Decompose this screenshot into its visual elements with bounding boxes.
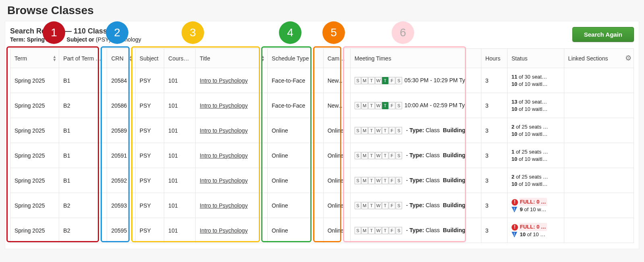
day-box: S (355, 152, 361, 159)
cell-schedule-type: Online (268, 193, 324, 218)
day-box: S (355, 102, 361, 109)
cell-meeting-times: SMTWTFS10:00 AM - 02:59 PM Ty (350, 93, 481, 118)
waitlist-icon (512, 232, 517, 237)
cell-linked-sections (564, 143, 634, 168)
cell-campus: Online (323, 168, 350, 193)
cell-term: Spring 2025 (10, 143, 59, 168)
cell-part-of-term: B1 (59, 68, 107, 93)
day-box: T (368, 152, 375, 159)
cell-campus: Online (323, 218, 350, 243)
results-table: Term▲▼ Part of Term (… CRN▲▼ Subject Cou… (10, 48, 634, 243)
day-box: F (389, 177, 395, 184)
cell-title: Intro to Psychology (196, 118, 268, 143)
cell-title: Intro to Psychology (196, 218, 268, 243)
day-box: M (361, 202, 368, 209)
col-header-status[interactable]: Status (507, 49, 564, 68)
cell-hours: 3 (481, 193, 507, 218)
day-box: T (368, 227, 375, 234)
cell-term: Spring 2025 (10, 218, 59, 243)
cell-linked-sections (564, 168, 634, 193)
meeting-time-text: - Type: Class Building (405, 227, 465, 234)
cell-hours: 3 (481, 143, 507, 168)
day-grid: SMTWTFS (355, 152, 402, 159)
col-header-term[interactable]: Term▲▼ (10, 49, 59, 68)
cell-title: Intro to Psychology (196, 168, 268, 193)
day-box: T (368, 177, 375, 184)
col-header-hours[interactable]: Hours (481, 49, 507, 68)
col-header-course-number[interactable]: Course N (164, 49, 196, 68)
day-box: S (396, 77, 402, 84)
table-header-row: Term▲▼ Part of Term (… CRN▲▼ Subject Cou… (10, 49, 634, 68)
col-header-schedule-type[interactable]: Schedule Type (268, 49, 324, 68)
content-wrap: Search Results — 110 Classes Term: Sprin… (5, 21, 639, 249)
title-link[interactable]: Intro to Psychology (200, 127, 248, 134)
day-box: T (382, 127, 388, 134)
col-header-crn[interactable]: CRN▲▼ (107, 49, 135, 68)
meeting-time-text: 05:30 PM - 10:29 PM Ty (405, 77, 465, 84)
sort-icon: ▲▼ (129, 55, 133, 62)
day-box: W (375, 227, 382, 234)
cell-part-of-term: B2 (59, 193, 107, 218)
day-box: T (368, 77, 375, 84)
col-header-title[interactable]: Title▲▼ (196, 49, 268, 68)
gear-icon[interactable]: ⚙ (623, 48, 633, 68)
sort-icon: ▲▼ (261, 55, 265, 62)
title-link[interactable]: Intro to Psychology (200, 177, 248, 184)
cell-title: Intro to Psychology (196, 93, 268, 118)
search-results-info: Search Results — 110 Classes Term: Sprin… (10, 27, 141, 43)
col-header-campus[interactable]: Campus (323, 49, 350, 68)
day-box: S (396, 102, 402, 109)
day-box: T (368, 127, 375, 134)
title-link[interactable]: Intro to Psychology (200, 152, 248, 159)
cell-hours: 3 (481, 218, 507, 243)
title-link[interactable]: Intro to Psychology (200, 227, 248, 234)
day-box: S (355, 127, 361, 134)
cell-meeting-times: SMTWTFS - Type: Class Building (350, 193, 481, 218)
cell-part-of-term: B1 (59, 118, 107, 143)
day-box: T (368, 202, 375, 209)
table-row: Spring 2025B120589PSY101Intro to Psychol… (10, 118, 634, 143)
cell-status: 2 of 25 seats …10 of 10 waitl… (507, 168, 564, 193)
cell-subject: PSY (135, 218, 164, 243)
cell-term: Spring 2025 (10, 193, 59, 218)
cell-campus: New… (323, 68, 350, 93)
cell-course-number: 101 (164, 193, 196, 218)
cell-crn: 20591 (107, 143, 135, 168)
col-header-part-of-term[interactable]: Part of Term (… (59, 49, 107, 68)
day-box: W (375, 152, 382, 159)
cell-status: 11 of 30 seat…10 of 10 waitl… (507, 68, 564, 93)
table-row: Spring 2025B120584PSY101Intro to Psychol… (10, 68, 634, 93)
day-box: F (389, 127, 395, 134)
search-results-sub: Term: Spring 2025 Subject or (PSY) Psych… (10, 36, 141, 43)
cell-meeting-times: SMTWTFS - Type: Class Building (350, 168, 481, 193)
title-link[interactable]: Intro to Psychology (200, 202, 248, 209)
col-header-meeting-times[interactable]: Meeting Times (350, 49, 481, 68)
table-row: Spring 2025B120592PSY101Intro to Psychol… (10, 168, 634, 193)
cell-schedule-type: Face-to-Face (268, 93, 324, 118)
day-box: M (361, 127, 368, 134)
cell-subject: PSY (135, 143, 164, 168)
day-grid: SMTWTFS (355, 127, 402, 134)
cell-schedule-type: Online (268, 168, 324, 193)
cell-part-of-term: B2 (59, 218, 107, 243)
cell-campus: Online (323, 143, 350, 168)
title-link[interactable]: Intro to Psychology (200, 77, 248, 84)
cell-linked-sections (564, 193, 634, 218)
cell-term: Spring 2025 (10, 93, 59, 118)
alert-icon: ! (512, 224, 518, 231)
cell-subject: PSY (135, 193, 164, 218)
title-link[interactable]: Intro to Psychology (200, 102, 248, 109)
cell-part-of-term: B1 (59, 143, 107, 168)
day-box: S (396, 127, 402, 134)
cell-crn: 20593 (107, 193, 135, 218)
cell-course-number: 101 (164, 118, 196, 143)
search-again-button[interactable]: Search Again (572, 27, 634, 42)
meeting-time-text: - Type: Class Building (405, 152, 465, 159)
cell-subject: PSY (135, 68, 164, 93)
cell-subject: PSY (135, 93, 164, 118)
day-box: W (375, 102, 382, 109)
waitlist-icon (512, 207, 517, 212)
day-box: S (396, 227, 402, 234)
col-header-subject[interactable]: Subject (135, 49, 164, 68)
table-row: Spring 2025B220593PSY101Intro to Psychol… (10, 193, 634, 218)
